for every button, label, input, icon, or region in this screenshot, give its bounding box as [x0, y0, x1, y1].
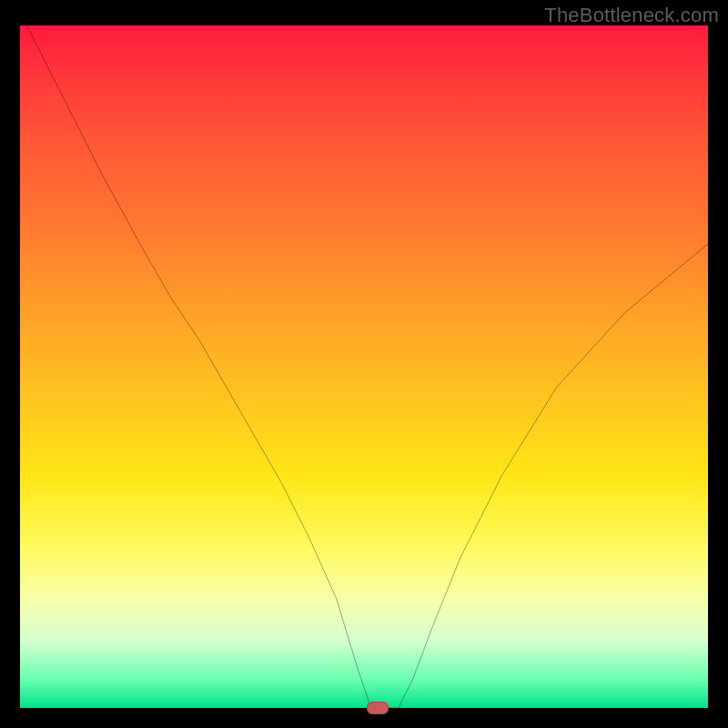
- bottleneck-marker: [367, 702, 389, 714]
- curve-path: [20, 25, 708, 708]
- chart-frame: TheBottleneck.com: [0, 0, 728, 728]
- plot-area: [20, 25, 708, 708]
- watermark-label: TheBottleneck.com: [544, 4, 719, 27]
- bottleneck-curve: [20, 25, 708, 708]
